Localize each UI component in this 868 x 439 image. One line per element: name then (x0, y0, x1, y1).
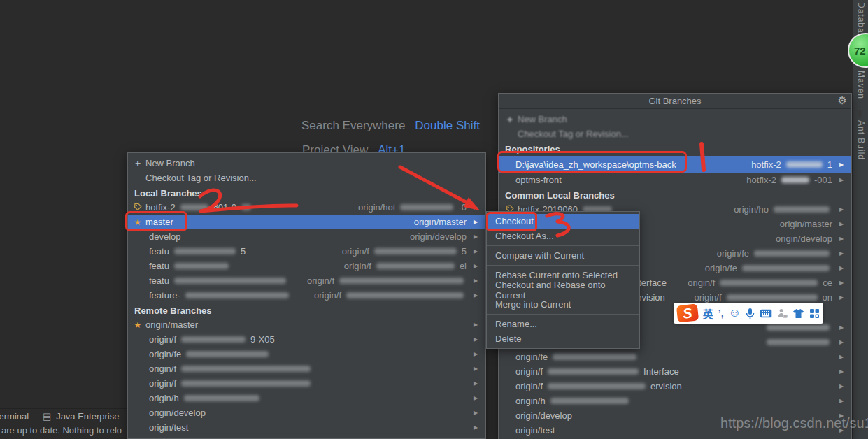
submenu-arrow-icon: ▶ (839, 398, 846, 404)
tracked-branch-label: -0 (458, 202, 467, 213)
redacted-text (376, 263, 455, 269)
redacted-text (174, 263, 229, 269)
submenu-arrow-icon: ▶ (839, 236, 846, 242)
toolwindow-ant-build[interactable]: Ant Build (856, 120, 866, 160)
ime-language-toggle[interactable]: 英 (703, 306, 713, 321)
redacted-text (174, 278, 286, 284)
menu-item-checkout-and-rebase[interactable]: Checkout and Rebase onto Current (487, 282, 639, 297)
branch-row-master[interactable]: ★ master origin/master▶ (128, 215, 485, 229)
submenu-arrow-icon: ▶ (474, 366, 480, 372)
menu-item-new-branch[interactable]: + New Branch (499, 112, 851, 127)
remote-branch-row[interactable]: origin/test ▶ (128, 420, 485, 435)
remote-branch-row[interactable]: origin/h ▶ (128, 391, 485, 405)
submenu-arrow-icon: ▶ (474, 380, 480, 387)
menu-item-checkout[interactable]: Checkout (487, 214, 639, 229)
redacted-text (553, 354, 636, 360)
redacted-text (550, 398, 629, 404)
repo-path: D:\java\idea_zh_workspace\optms-back (515, 159, 676, 170)
submenu-arrow-icon: ▶ (474, 424, 480, 431)
sogou-logo-icon[interactable]: S (676, 304, 699, 323)
branch-label: Interface (643, 366, 679, 377)
menu-item-compare-with-current[interactable]: Compare with Current (487, 248, 639, 263)
settings-gear-icon[interactable]: ⚙ (838, 94, 847, 107)
remote-branch-row-master[interactable]: ★origin/master ▶ (128, 317, 485, 332)
toolwindow-java-enterprise[interactable]: ▤ Java Enterprise (41, 411, 119, 422)
redacted-text (781, 177, 809, 183)
submenu-arrow-icon: ▶ (839, 221, 846, 227)
menu-item-rename[interactable]: Rename... (487, 317, 639, 331)
branch-row-feature[interactable]: featu5 origin/f5▶ (128, 244, 485, 259)
menu-item-new-branch[interactable]: + New Branch (128, 156, 485, 171)
menu-item-checkout-tag[interactable]: Checkout Tag or Revision... (128, 171, 485, 185)
tag-icon (132, 203, 143, 213)
skin-shirt-icon[interactable] (792, 308, 804, 319)
handwriting-icon[interactable]: 10 (777, 308, 788, 319)
repositories-header: Repositories (499, 143, 851, 156)
remote-branch-row[interactable]: origin/fe ▶ (128, 347, 485, 361)
menu-item-delete[interactable]: Delete (487, 331, 639, 346)
branch-label: origin/h (149, 393, 179, 403)
notification-badge[interactable]: 72 (848, 33, 868, 68)
toolwindow-maven[interactable]: Maven (856, 71, 866, 99)
menu-item-label: Checkout (495, 216, 534, 226)
redacted-text (346, 292, 464, 298)
submenu-arrow-icon: ▶ (839, 280, 846, 286)
branch-label: origin/test (515, 425, 555, 436)
submenu-arrow-icon: ▶ (474, 410, 480, 416)
microphone-icon[interactable] (746, 308, 755, 319)
redacted-text (774, 206, 830, 213)
branch-label: origin/fe (149, 349, 181, 359)
repo-row-optms-front[interactable]: optms-front hotfix-2-001▶ (499, 173, 851, 187)
tracked-branch-label: origin/f (314, 290, 341, 301)
remote-branches-header: Remote Branches (128, 304, 485, 317)
git-branches-titlebar: Git Branches ⚙ (499, 94, 851, 109)
emoji-icon[interactable]: ☺ (729, 306, 741, 320)
branch-label: develop (149, 231, 181, 242)
branch-row-feature[interactable]: featu origin/fei▶ (128, 259, 485, 273)
local-branches-header: Local Branches (128, 187, 485, 200)
redacted-text (400, 204, 453, 210)
remote-branch-row[interactable]: origin/f ▶ (128, 361, 485, 376)
redacted-text (339, 278, 464, 284)
favorite-star-icon: ★ (132, 218, 143, 226)
redacted-text (180, 204, 208, 210)
terminal-label: Terminal (0, 411, 29, 422)
tracked-branch-label: origin/develop (410, 231, 467, 242)
tracked-branch-label: ei (460, 261, 467, 271)
keyboard-icon[interactable] (760, 309, 772, 318)
toolbox-grid-icon[interactable] (809, 308, 820, 319)
submenu-arrow-icon: ▶ (839, 383, 846, 389)
panel-title: Git Branches (648, 96, 701, 106)
branch-label: origin/f (149, 364, 176, 374)
branch-row-feature[interactable]: feature- origin/f▶ (128, 288, 485, 303)
remote-branch-row[interactable]: origin/develop ▶ (128, 405, 485, 420)
redacted-text (767, 339, 830, 345)
toolwindow-terminal[interactable]: Terminal (0, 411, 29, 422)
remote-branch-row[interactable]: origin/f9-X05 ▶ (128, 332, 485, 347)
redacted-text (174, 248, 236, 254)
branches-popup: + New Branch Checkout Tag or Revision...… (127, 152, 486, 439)
remote-branch-row[interactable]: origin/fe ▶ (499, 350, 851, 364)
branch-row-hotfix[interactable]: hotfix-2601-0 origin/hot-0▶ (128, 200, 485, 215)
submenu-arrow-icon: ▶ (474, 248, 480, 254)
branch-row-develop[interactable]: develop origin/develop▶ (128, 229, 485, 244)
current-branch-label: hotfix-2 (751, 159, 781, 170)
remote-branch-row[interactable]: origin/fervision ▶ (499, 379, 851, 394)
repo-row-optms-back[interactable]: D:\java\idea_zh_workspace\optms-back hot… (499, 156, 851, 173)
menu-item-label: New Branch (518, 114, 567, 124)
remote-branch-row[interactable]: origin/fInterface ▶ (499, 364, 851, 379)
remote-branch-row[interactable]: origin/f ▶ (128, 376, 485, 391)
redacted-text (184, 395, 259, 401)
branch-label: featu (149, 261, 169, 271)
remote-branch-row[interactable]: origin/h ▶ (499, 394, 851, 408)
branch-row-feature[interactable]: featu origin/f▶ (128, 273, 485, 288)
submenu-arrow-icon: ▶ (839, 339, 846, 345)
tracked-branch-label: origin/master (414, 217, 467, 227)
menu-item-checkout-tag[interactable]: Checkout Tag or Revision... (499, 127, 851, 141)
branch-label: origin/test (149, 422, 188, 433)
menu-item-checkout-as[interactable]: Checkout As... (487, 229, 639, 243)
submenu-arrow-icon: ▶ (839, 161, 846, 168)
ime-punctuation-toggle[interactable]: ’, (718, 308, 724, 319)
redacted-text (754, 250, 830, 257)
submenu-arrow-icon: ▶ (474, 278, 480, 284)
